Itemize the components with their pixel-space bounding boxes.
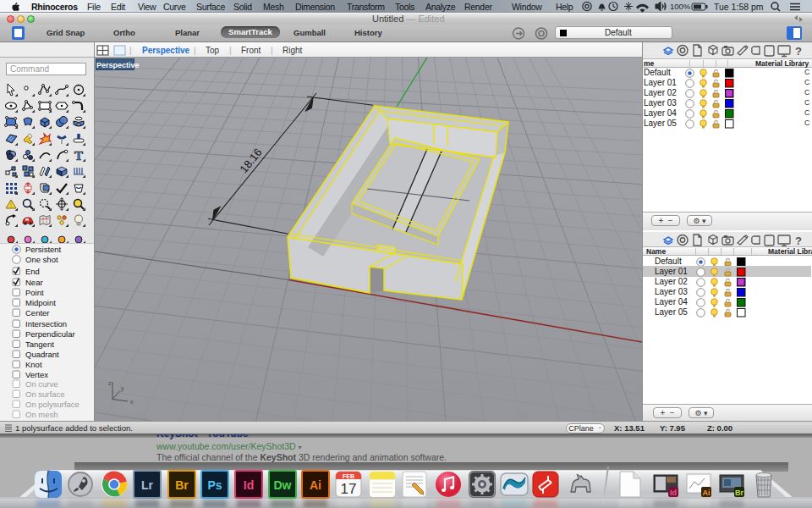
svg-text:Br: Br bbox=[175, 478, 189, 492]
svg-text:?: ? bbox=[795, 235, 802, 247]
svg-text:Dw: Dw bbox=[274, 478, 292, 492]
svg-text:17: 17 bbox=[341, 481, 357, 497]
svg-text:Ps: Ps bbox=[207, 478, 222, 492]
svg-text:z: z bbox=[108, 380, 112, 386]
svg-text:Tue 1:58 pm: Tue 1:58 pm bbox=[714, 2, 764, 12]
svg-text:Id: Id bbox=[670, 489, 677, 497]
svg-text:Id: Id bbox=[244, 478, 254, 492]
svg-text:Ai: Ai bbox=[310, 478, 321, 492]
svg-text:100%: 100% bbox=[670, 2, 691, 11]
svg-text:Lr: Lr bbox=[141, 478, 154, 492]
svg-text:Br: Br bbox=[735, 489, 743, 497]
svg-text:Ai: Ai bbox=[703, 489, 710, 497]
svg-text:T: T bbox=[74, 149, 83, 163]
svg-text:?: ? bbox=[795, 45, 802, 58]
svg-text:FEB: FEB bbox=[343, 473, 354, 479]
svg-text:y: y bbox=[121, 385, 124, 392]
svg-text:x: x bbox=[130, 399, 134, 405]
